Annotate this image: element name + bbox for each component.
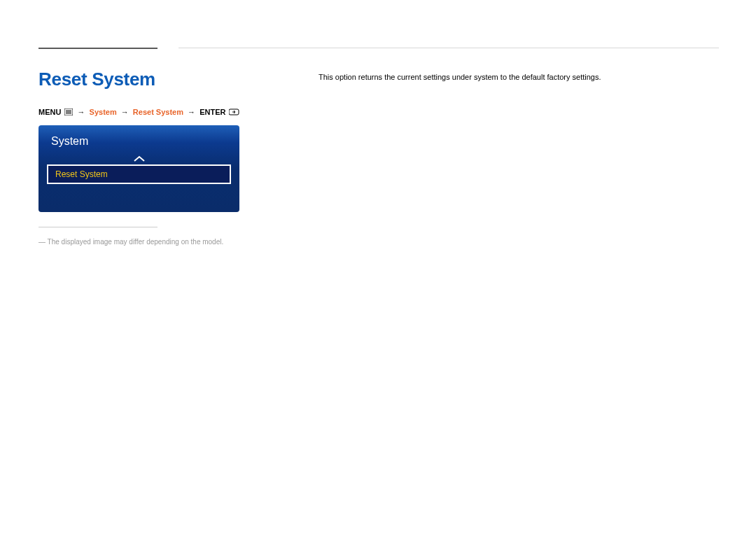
- menu-icon: [64, 108, 73, 117]
- page-title: Reset System: [38, 69, 155, 90]
- enter-icon: [229, 108, 240, 117]
- footnote-text: ― The displayed image may differ dependi…: [38, 238, 223, 246]
- menu-panel-title: System: [51, 135, 88, 148]
- arrow-icon: →: [121, 108, 129, 116]
- arrow-icon: →: [188, 108, 195, 116]
- menu-item-label: Reset System: [55, 169, 108, 179]
- footnote-divider: [38, 227, 158, 227]
- breadcrumb-enter: ENTER: [200, 108, 225, 116]
- breadcrumb-reset-system: Reset System: [133, 108, 183, 116]
- description-text: This option returns the current settings…: [318, 73, 601, 81]
- divider-short: [38, 48, 158, 49]
- breadcrumb-system: System: [90, 108, 117, 116]
- arrow-icon: →: [78, 108, 85, 116]
- divider-long: [178, 48, 719, 48]
- breadcrumb: MENU → System → Reset System → ENTER: [38, 108, 240, 117]
- system-menu-panel: System Reset System: [38, 125, 239, 212]
- chevron-up-icon[interactable]: [133, 153, 146, 164]
- breadcrumb-menu: MENU: [38, 108, 61, 116]
- menu-item-reset-system[interactable]: Reset System: [47, 164, 231, 184]
